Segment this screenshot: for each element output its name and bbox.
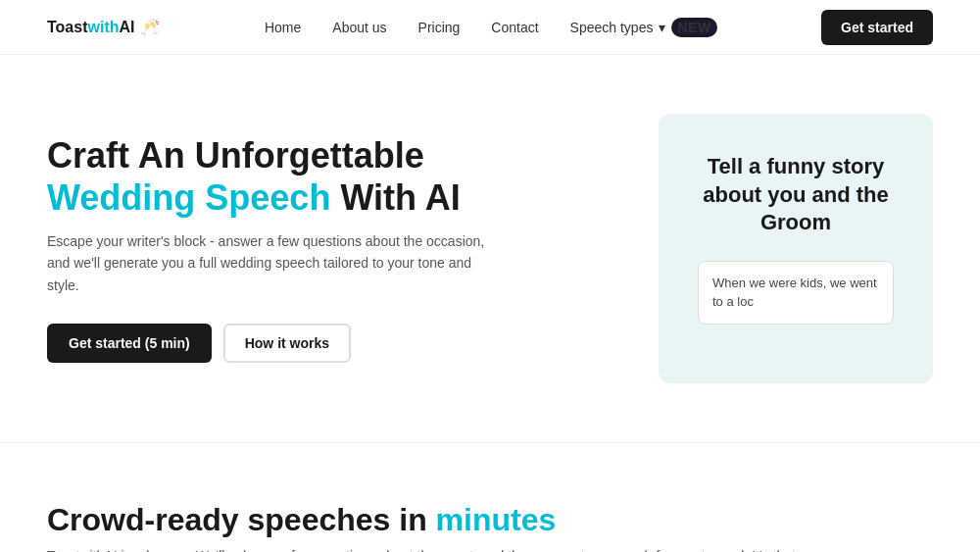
hero-description: Escape your writer's block - answer a fe…: [47, 230, 498, 296]
get-started-button[interactable]: Get started (5 min): [47, 324, 212, 363]
navbar: ToastwithAI 🥂 Home About us Pricing Cont…: [0, 0, 980, 55]
hero-buttons: Get started (5 min) How it works: [47, 324, 498, 363]
hero-title-highlight: Wedding Speech: [47, 177, 330, 218]
hero-section: Craft An Unforgettable Wedding Speech Wi…: [0, 55, 980, 442]
features-headline: Crowd-ready speeches in minutes: [47, 502, 933, 538]
logo-text: ToastwithAI: [47, 19, 134, 36]
logo-icon: 🥂: [140, 18, 160, 36]
hero-title: Craft An Unforgettable Wedding Speech Wi…: [47, 134, 498, 219]
chevron-down-icon: ▾: [659, 20, 665, 35]
nav-link-pricing[interactable]: Pricing: [418, 20, 461, 35]
features-headline-highlight: minutes: [436, 502, 557, 537]
new-badge: NEW: [671, 18, 716, 37]
how-it-works-button[interactable]: How it works: [223, 324, 351, 363]
nav-cta-button[interactable]: Get started: [821, 10, 933, 45]
features-subtext: ToastwithAI is a breeze. We'll ask you a…: [47, 548, 933, 552]
hero-card-input[interactable]: When we were kids, we went to a loc: [698, 261, 894, 325]
speech-types-label: Speech types: [570, 20, 654, 35]
nav-link-home[interactable]: Home: [265, 20, 301, 35]
features-section: Crowd-ready speeches in minutes Toastwit…: [0, 443, 980, 552]
hero-card: Tell a funny story about you and the Gro…: [659, 114, 933, 383]
hero-left: Craft An Unforgettable Wedding Speech Wi…: [47, 134, 498, 364]
hero-card-title: Tell a funny story about you and the Gro…: [698, 153, 894, 237]
speech-types-dropdown[interactable]: Speech types ▾ NEW: [570, 18, 717, 37]
logo[interactable]: ToastwithAI 🥂: [47, 18, 160, 36]
nav-link-contact[interactable]: Contact: [491, 20, 538, 35]
nav-links: Home About us Pricing Contact Speech typ…: [265, 18, 717, 37]
nav-link-about[interactable]: About us: [332, 20, 386, 35]
